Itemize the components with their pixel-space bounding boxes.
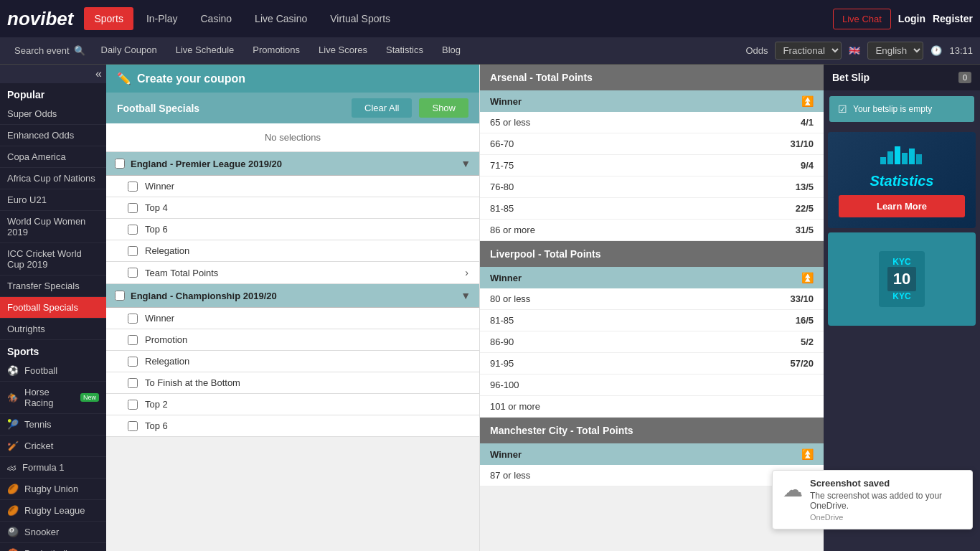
arsenal-header: Arsenal - Total Points xyxy=(480,65,824,90)
nav-blog[interactable]: Blog xyxy=(433,40,469,61)
sidebar-collapse-button[interactable]: « xyxy=(95,67,102,80)
odds-select[interactable]: Fractional Decimal xyxy=(775,42,842,60)
middle-content: ✏️ Create your coupon Football Specials … xyxy=(106,65,479,551)
arsenal-collapse-button[interactable]: ⏫ xyxy=(801,95,814,107)
bet-option-winner-1: Winner xyxy=(106,176,479,197)
bet-option-top4: Top 4 xyxy=(106,197,479,219)
arsenal-row-5[interactable]: 86 or more 31/5 xyxy=(480,220,824,241)
login-button[interactable]: Login xyxy=(898,13,925,24)
bet-checkbox-teamtotal[interactable] xyxy=(128,268,138,278)
league-row-championship[interactable]: England - Championship 2019/20 ▼ xyxy=(106,284,479,308)
secondary-nav-right: Odds Fractional Decimal 🇬🇧 English 🕐 13:… xyxy=(745,42,973,60)
liverpool-collapse-button[interactable]: ⏫ xyxy=(801,272,814,283)
bet-label-promotion: Promotion xyxy=(145,334,468,345)
nav-item-livecasino[interactable]: Live Casino xyxy=(245,7,317,30)
bet-label-relegation-2: Relegation xyxy=(145,356,468,367)
nav-live-schedule[interactable]: Live Schedule xyxy=(167,40,243,61)
secondary-nav-items: Daily Coupon Live Schedule Promotions Li… xyxy=(93,40,469,61)
league-checkbox-championship[interactable] xyxy=(115,291,125,301)
learn-more-button[interactable]: Learn More xyxy=(839,195,965,217)
league-row-premier[interactable]: England - Premier League 2019/20 ▼ xyxy=(106,152,479,176)
bet-checkbox-top6[interactable] xyxy=(128,225,138,235)
rugbyleague-icon: 🏉 xyxy=(7,505,19,516)
sport-item-formula1[interactable]: 🏎 Formula 1 xyxy=(0,457,106,479)
bet-checkbox-top6-2[interactable] xyxy=(128,421,138,431)
league-expand-icon-championship[interactable]: ▼ xyxy=(461,290,471,301)
stats-banner-content: Statistics Learn More xyxy=(828,132,976,228)
sport-item-horseracing[interactable]: 🏇 Horse Racing New xyxy=(0,382,106,414)
team-total-expand-icon[interactable]: › xyxy=(465,267,468,278)
nav-item-sports[interactable]: Sports xyxy=(84,7,133,30)
sport-item-football[interactable]: ⚽ Football xyxy=(0,360,106,382)
nav-live-scores[interactable]: Live Scores xyxy=(310,40,376,61)
language-select[interactable]: English xyxy=(867,42,923,60)
bet-checkbox-relegation-2[interactable] xyxy=(128,357,138,367)
odds-label: 81-85 xyxy=(490,203,514,214)
sport-item-snooker[interactable]: 🎱 Snooker xyxy=(0,522,106,543)
sidebar-item-eurou21[interactable]: Euro U21 xyxy=(0,189,106,211)
svg-rect-1 xyxy=(887,151,893,164)
show-button[interactable]: Show xyxy=(419,98,468,118)
sidebar-item-worldcupwomen[interactable]: World Cup Women 2019 xyxy=(0,211,106,243)
bet-checkbox-relegation-1[interactable] xyxy=(128,246,138,256)
sport-item-rugbyunion[interactable]: 🏉 Rugby Union xyxy=(0,479,106,500)
sport-item-basketball[interactable]: 🏀 Basketball xyxy=(0,543,106,551)
liverpool-row-1[interactable]: 81-85 16/5 xyxy=(480,310,824,331)
search-area[interactable]: Search event 🔍 xyxy=(7,45,93,56)
brand-logo[interactable]: novibet xyxy=(7,8,73,30)
team-total-row[interactable]: Team Total Points › xyxy=(106,262,479,284)
mancity-collapse-button[interactable]: ⏫ xyxy=(801,448,814,460)
odds-value: 22/5 xyxy=(796,203,814,214)
sidebar-item-transferspecials[interactable]: Transfer Specials xyxy=(0,276,106,297)
bet-checkbox-promotion[interactable] xyxy=(128,335,138,345)
sidebar-item-africacup[interactable]: Africa Cup of Nations xyxy=(0,168,106,189)
bet-slip-header: Bet Slip 0 xyxy=(824,65,980,90)
stats-banner-title: Statistics xyxy=(870,173,934,189)
nav-statistics[interactable]: Statistics xyxy=(377,40,432,61)
toast-title: Screenshot saved xyxy=(810,478,962,489)
arsenal-row-1[interactable]: 66-70 31/10 xyxy=(480,133,824,155)
arsenal-row-4[interactable]: 81-85 22/5 xyxy=(480,198,824,220)
no-selections-label: No selections xyxy=(106,123,479,152)
nav-item-inplay[interactable]: In-Play xyxy=(136,7,188,30)
top-right-area: Live Chat Login Register xyxy=(833,9,973,29)
bet-checkbox-top4[interactable] xyxy=(128,203,138,213)
clear-all-button[interactable]: Clear All xyxy=(352,98,412,118)
sidebar-item-superodds[interactable]: Super Odds xyxy=(0,103,106,125)
register-button[interactable]: Register xyxy=(933,13,973,24)
liverpool-row-5[interactable]: 101 or more xyxy=(480,396,824,418)
bet-checkbox-finish-bottom[interactable] xyxy=(128,378,138,388)
arsenal-row-0[interactable]: 65 or less 4/1 xyxy=(480,112,824,133)
liverpool-row-3[interactable]: 91-95 57/20 xyxy=(480,353,824,375)
sidebar-item-icccricket[interactable]: ICC Cricket World Cup 2019 xyxy=(0,243,106,276)
sport-item-tennis[interactable]: 🎾 Tennis xyxy=(0,414,106,435)
bet-checkbox-winner-2[interactable] xyxy=(128,314,138,324)
sidebar-item-copaamerica[interactable]: Copa America xyxy=(0,146,106,168)
sidebar-item-footballspecials[interactable]: Football Specials xyxy=(0,297,106,319)
league-expand-icon-premier[interactable]: ▼ xyxy=(461,158,471,169)
liverpool-row-2[interactable]: 86-90 5/2 xyxy=(480,331,824,353)
bet-checkbox-winner-1[interactable] xyxy=(128,182,138,192)
sport-item-rugbyleague[interactable]: 🏉 Rugby League xyxy=(0,500,106,522)
arsenal-row-3[interactable]: 76-80 13/5 xyxy=(480,176,824,198)
odds-value: 5/2 xyxy=(801,336,814,347)
bet-label-top2: Top 2 xyxy=(145,399,468,410)
sidebar-item-enhancedodds[interactable]: Enhanced Odds xyxy=(0,125,106,146)
bet-checkbox-top2[interactable] xyxy=(128,400,138,410)
sidebar-item-outrights[interactable]: Outrights xyxy=(0,319,106,340)
live-chat-button[interactable]: Live Chat xyxy=(833,9,891,29)
sport-item-cricket[interactable]: 🏏 Cricket xyxy=(0,435,106,457)
nav-promotions[interactable]: Promotions xyxy=(244,40,308,61)
nav-daily-coupon[interactable]: Daily Coupon xyxy=(93,40,166,61)
sidebar-collapse-area: « xyxy=(0,65,106,83)
chart-decoration xyxy=(880,143,923,164)
clock-icon: 🕐 xyxy=(930,45,942,56)
nav-item-virtualsports[interactable]: Virtual Sports xyxy=(320,7,400,30)
liverpool-row-4[interactable]: 96-100 xyxy=(480,375,824,396)
search-icon[interactable]: 🔍 xyxy=(74,45,85,56)
league-checkbox-premier[interactable] xyxy=(115,159,125,169)
arsenal-row-2[interactable]: 71-75 9/4 xyxy=(480,155,824,176)
liverpool-row-0[interactable]: 80 or less 33/10 xyxy=(480,288,824,310)
toast-body: The screenshot was added to your OneDriv… xyxy=(810,491,962,511)
nav-item-casino[interactable]: Casino xyxy=(191,7,242,30)
